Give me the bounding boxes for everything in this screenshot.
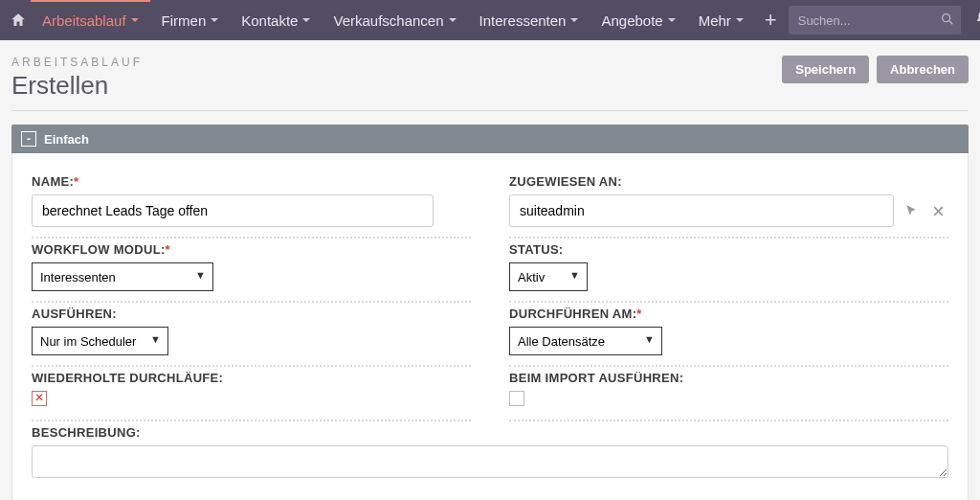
chevron-down-icon bbox=[211, 18, 218, 22]
nav-label: Verkaufschancen bbox=[333, 12, 443, 29]
form-grid: NAME:* ZUGEWIESEN AN: WORKFLOW MODUL:* bbox=[32, 174, 948, 495]
nav-item-mehr[interactable]: Mehr bbox=[687, 0, 755, 40]
panel-body: NAME:* ZUGEWIESEN AN: WORKFLOW MODUL:* bbox=[11, 153, 969, 500]
nav-label: Mehr bbox=[699, 12, 731, 29]
label-name: NAME:* bbox=[32, 174, 471, 189]
page-heading: ARBEITSABLAUF Erstellen bbox=[11, 56, 143, 101]
chevron-down-icon bbox=[449, 18, 457, 22]
field-workflow-module: WORKFLOW MODUL:* Interessenten bbox=[32, 242, 471, 303]
page-header: ARBEITSABLAUF Erstellen Speichern Abbrec… bbox=[11, 56, 969, 111]
breadcrumb: ARBEITSABLAUF bbox=[11, 56, 143, 69]
run-on-select[interactable]: Alle Datensätze bbox=[509, 327, 662, 355]
nav-item-interessenten[interactable]: Interessenten bbox=[468, 0, 590, 40]
field-name: NAME:* bbox=[32, 174, 471, 239]
search-wrap bbox=[789, 6, 961, 34]
chevron-down-icon bbox=[668, 18, 676, 22]
nav-item-firmen[interactable]: Firmen bbox=[150, 0, 231, 40]
field-run: AUSFÜHREN: Nur im Scheduler bbox=[32, 307, 471, 367]
label-description: BESCHREIBUNG: bbox=[32, 425, 948, 440]
svg-line-1 bbox=[949, 21, 952, 24]
page-title: Erstellen bbox=[11, 71, 143, 101]
home-button[interactable] bbox=[10, 3, 27, 37]
search-input[interactable] bbox=[789, 6, 961, 34]
nav-label: Kontakte bbox=[241, 12, 298, 29]
field-run-on-import: BEIM IMPORT AUSFÜHREN: bbox=[509, 371, 948, 421]
nav-item-arbeitsablauf[interactable]: Arbeitsablauf bbox=[31, 0, 150, 39]
close-icon bbox=[932, 205, 945, 217]
description-textarea[interactable] bbox=[32, 445, 948, 478]
panel-title: Einfach bbox=[44, 132, 89, 147]
assigned-to-clear-button[interactable] bbox=[928, 201, 947, 220]
assigned-to-select-button[interactable] bbox=[902, 201, 921, 220]
nav-item-kontakte[interactable]: Kontakte bbox=[230, 0, 322, 40]
nav-right bbox=[781, 6, 980, 34]
home-icon bbox=[10, 11, 27, 29]
cursor-icon bbox=[904, 204, 918, 217]
run-select[interactable]: Nur im Scheduler bbox=[32, 327, 168, 355]
label-assigned-to: ZUGEWIESEN AN: bbox=[509, 174, 948, 189]
nav-label: Firmen bbox=[162, 12, 207, 29]
nav-label: Interessenten bbox=[479, 12, 567, 29]
assigned-to-input[interactable] bbox=[509, 194, 894, 227]
field-repeated-runs: WIEDERHOLTE DURCHLÄUFE: bbox=[32, 371, 471, 421]
panel-header: - Einfach bbox=[11, 125, 969, 153]
field-status: STATUS: Aktiv bbox=[509, 242, 948, 303]
label-repeated-runs: WIEDERHOLTE DURCHLÄUFE: bbox=[32, 371, 471, 385]
svg-point-0 bbox=[942, 14, 949, 22]
search-icon[interactable] bbox=[940, 11, 955, 31]
chevron-down-icon bbox=[302, 18, 310, 22]
chevron-down-icon bbox=[131, 18, 139, 22]
save-button[interactable]: Speichern bbox=[782, 56, 869, 83]
header-actions: Speichern Abbrechen bbox=[782, 56, 969, 83]
nav-item-angebote[interactable]: Angebote bbox=[590, 0, 686, 40]
notifications-button[interactable] bbox=[974, 10, 980, 31]
page: ARBEITSABLAUF Erstellen Speichern Abbrec… bbox=[0, 40, 980, 500]
chevron-down-icon bbox=[736, 18, 744, 22]
nav-item-verkaufschancen[interactable]: Verkaufschancen bbox=[322, 0, 467, 40]
assigned-to-row bbox=[509, 194, 948, 227]
field-run-on: DURCHFÜHREN AM:* Alle Datensätze bbox=[509, 307, 948, 367]
run-on-import-checkbox[interactable] bbox=[509, 391, 524, 406]
field-assigned-to: ZUGEWIESEN AN: bbox=[509, 174, 948, 239]
label-run-on-import: BEIM IMPORT AUSFÜHREN: bbox=[509, 371, 948, 385]
panel-collapse-toggle[interactable]: - bbox=[21, 131, 36, 147]
label-workflow-module: WORKFLOW MODUL:* bbox=[32, 242, 471, 257]
nav-label: Angebote bbox=[601, 12, 662, 29]
repeated-runs-checkbox[interactable] bbox=[32, 391, 47, 406]
label-run-on: DURCHFÜHREN AM:* bbox=[509, 307, 948, 321]
cancel-button[interactable]: Abbrechen bbox=[877, 56, 969, 83]
chevron-down-icon bbox=[570, 18, 578, 22]
label-run: AUSFÜHREN: bbox=[32, 307, 471, 321]
label-status: STATUS: bbox=[509, 242, 948, 257]
workflow-module-select[interactable]: Interessenten bbox=[32, 262, 213, 291]
top-nav: Arbeitsablauf Firmen Kontakte Verkaufsch… bbox=[0, 0, 980, 40]
name-input[interactable] bbox=[32, 194, 434, 227]
quick-create-button[interactable]: + bbox=[765, 6, 777, 34]
status-select[interactable]: Aktiv bbox=[509, 262, 588, 291]
plus-icon: + bbox=[765, 8, 777, 33]
nav-items: Arbeitsablauf Firmen Kontakte Verkaufsch… bbox=[31, 0, 755, 40]
field-description: BESCHREIBUNG: bbox=[32, 425, 948, 491]
nav-label: Arbeitsablauf bbox=[42, 12, 126, 29]
